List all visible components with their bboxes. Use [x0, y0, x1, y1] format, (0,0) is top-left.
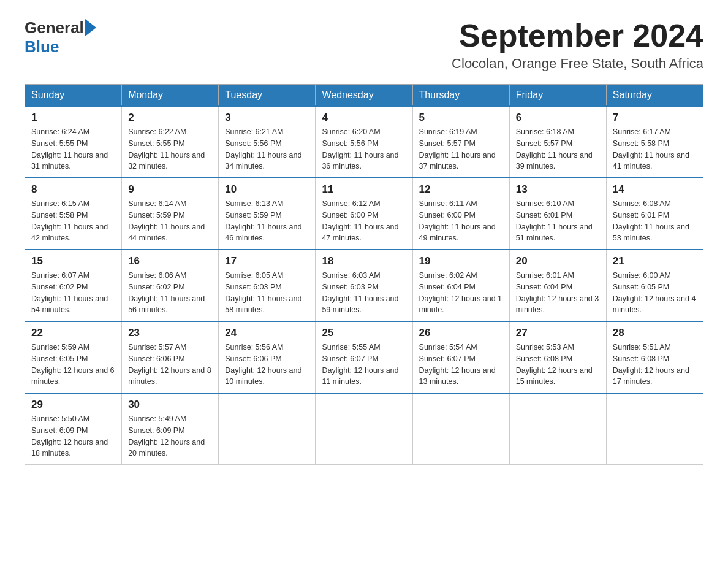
day-number: 10 — [225, 183, 309, 196]
day-info: Sunrise: 6:14 AM Sunset: 5:59 PM Dayligh… — [128, 198, 212, 244]
calendar-week-row: 1 Sunrise: 6:24 AM Sunset: 5:55 PM Dayli… — [25, 106, 703, 178]
location-title: Clocolan, Orange Free State, South Afric… — [452, 56, 703, 72]
logo-blue-text: Blue — [25, 37, 59, 56]
day-info: Sunrise: 6:00 AM Sunset: 6:05 PM Dayligh… — [613, 270, 697, 316]
weekday-header: Friday — [509, 85, 606, 107]
month-title: September 2024 — [452, 18, 703, 53]
day-info: Sunrise: 6:11 AM Sunset: 6:00 PM Dayligh… — [419, 198, 503, 244]
day-number: 21 — [613, 255, 697, 267]
day-number: 27 — [516, 327, 600, 339]
calendar-day-cell: 25 Sunrise: 5:55 AM Sunset: 6:07 PM Dayl… — [316, 321, 412, 393]
logo-arrow-icon — [85, 19, 96, 36]
day-info: Sunrise: 5:53 AM Sunset: 6:08 PM Dayligh… — [516, 342, 600, 388]
title-section: September 2024 Clocolan, Orange Free Sta… — [452, 18, 703, 72]
calendar-day-cell: 28 Sunrise: 5:51 AM Sunset: 6:08 PM Dayl… — [606, 321, 703, 393]
day-info: Sunrise: 5:57 AM Sunset: 6:06 PM Dayligh… — [128, 342, 212, 388]
day-number: 15 — [31, 255, 115, 267]
day-info: Sunrise: 5:51 AM Sunset: 6:08 PM Dayligh… — [613, 342, 697, 388]
day-number: 1 — [31, 112, 115, 124]
day-info: Sunrise: 6:03 AM Sunset: 6:03 PM Dayligh… — [322, 270, 406, 316]
weekday-header: Sunday — [25, 85, 122, 107]
calendar-day-cell: 26 Sunrise: 5:54 AM Sunset: 6:07 PM Dayl… — [412, 321, 509, 393]
calendar-day-cell: 27 Sunrise: 5:53 AM Sunset: 6:08 PM Dayl… — [509, 321, 606, 393]
day-number: 19 — [419, 255, 503, 267]
calendar-week-row: 22 Sunrise: 5:59 AM Sunset: 6:05 PM Dayl… — [25, 321, 703, 393]
day-number: 2 — [128, 112, 212, 124]
day-number: 17 — [225, 255, 309, 267]
calendar-table: SundayMondayTuesdayWednesdayThursdayFrid… — [25, 84, 703, 465]
calendar-day-cell: 15 Sunrise: 6:07 AM Sunset: 6:02 PM Dayl… — [25, 250, 122, 321]
day-number: 29 — [31, 399, 115, 411]
day-number: 22 — [31, 327, 115, 339]
calendar-day-cell: 17 Sunrise: 6:05 AM Sunset: 6:03 PM Dayl… — [219, 250, 316, 321]
day-info: Sunrise: 6:12 AM Sunset: 6:00 PM Dayligh… — [322, 198, 406, 244]
calendar-day-cell: 22 Sunrise: 5:59 AM Sunset: 6:05 PM Dayl… — [25, 321, 122, 393]
day-info: Sunrise: 6:07 AM Sunset: 6:02 PM Dayligh… — [31, 270, 115, 316]
day-number: 3 — [225, 112, 309, 124]
calendar-week-row: 15 Sunrise: 6:07 AM Sunset: 6:02 PM Dayl… — [25, 250, 703, 321]
calendar-day-cell: 2 Sunrise: 6:22 AM Sunset: 5:55 PM Dayli… — [122, 106, 219, 178]
day-info: Sunrise: 6:02 AM Sunset: 6:04 PM Dayligh… — [419, 270, 503, 316]
day-number: 24 — [225, 327, 309, 339]
weekday-header: Monday — [122, 85, 219, 107]
calendar-day-cell: 1 Sunrise: 6:24 AM Sunset: 5:55 PM Dayli… — [25, 106, 122, 178]
calendar-day-cell: 30 Sunrise: 5:49 AM Sunset: 6:09 PM Dayl… — [122, 393, 219, 465]
calendar-day-cell: 12 Sunrise: 6:11 AM Sunset: 6:00 PM Dayl… — [412, 178, 509, 250]
logo-general-text: General — [25, 18, 84, 37]
day-info: Sunrise: 6:19 AM Sunset: 5:57 PM Dayligh… — [419, 126, 503, 172]
day-number: 18 — [322, 255, 406, 267]
day-number: 9 — [128, 183, 212, 196]
calendar-day-cell: 20 Sunrise: 6:01 AM Sunset: 6:04 PM Dayl… — [509, 250, 606, 321]
day-info: Sunrise: 6:24 AM Sunset: 5:55 PM Dayligh… — [31, 126, 115, 172]
calendar-day-cell — [412, 393, 509, 465]
weekday-header: Saturday — [606, 85, 703, 107]
calendar-day-cell: 14 Sunrise: 6:08 AM Sunset: 6:01 PM Dayl… — [606, 178, 703, 250]
day-info: Sunrise: 6:01 AM Sunset: 6:04 PM Dayligh… — [516, 270, 600, 316]
day-info: Sunrise: 6:05 AM Sunset: 6:03 PM Dayligh… — [225, 270, 309, 316]
day-info: Sunrise: 6:15 AM Sunset: 5:58 PM Dayligh… — [31, 198, 115, 244]
calendar-day-cell: 5 Sunrise: 6:19 AM Sunset: 5:57 PM Dayli… — [412, 106, 509, 178]
day-number: 25 — [322, 327, 406, 339]
calendar-day-cell: 6 Sunrise: 6:18 AM Sunset: 5:57 PM Dayli… — [509, 106, 606, 178]
day-number: 30 — [128, 399, 212, 411]
weekday-header: Thursday — [412, 85, 509, 107]
day-info: Sunrise: 5:49 AM Sunset: 6:09 PM Dayligh… — [128, 413, 212, 459]
day-number: 28 — [613, 327, 697, 339]
day-info: Sunrise: 5:59 AM Sunset: 6:05 PM Dayligh… — [31, 342, 115, 388]
day-info: Sunrise: 6:13 AM Sunset: 5:59 PM Dayligh… — [225, 198, 309, 244]
day-info: Sunrise: 6:08 AM Sunset: 6:01 PM Dayligh… — [613, 198, 697, 244]
day-info: Sunrise: 5:55 AM Sunset: 6:07 PM Dayligh… — [322, 342, 406, 388]
day-info: Sunrise: 6:22 AM Sunset: 5:55 PM Dayligh… — [128, 126, 212, 172]
day-info: Sunrise: 5:56 AM Sunset: 6:06 PM Dayligh… — [225, 342, 309, 388]
day-info: Sunrise: 6:21 AM Sunset: 5:56 PM Dayligh… — [225, 126, 309, 172]
calendar-day-cell — [316, 393, 412, 465]
calendar-day-cell: 24 Sunrise: 5:56 AM Sunset: 6:06 PM Dayl… — [219, 321, 316, 393]
day-number: 11 — [322, 183, 406, 196]
day-info: Sunrise: 6:06 AM Sunset: 6:02 PM Dayligh… — [128, 270, 212, 316]
day-number: 23 — [128, 327, 212, 339]
day-number: 5 — [419, 112, 503, 124]
day-info: Sunrise: 6:10 AM Sunset: 6:01 PM Dayligh… — [516, 198, 600, 244]
calendar-header-row: SundayMondayTuesdayWednesdayThursdayFrid… — [25, 85, 703, 107]
calendar-day-cell — [219, 393, 316, 465]
calendar-day-cell: 10 Sunrise: 6:13 AM Sunset: 5:59 PM Dayl… — [219, 178, 316, 250]
day-number: 8 — [31, 183, 115, 196]
day-number: 20 — [516, 255, 600, 267]
calendar-day-cell: 23 Sunrise: 5:57 AM Sunset: 6:06 PM Dayl… — [122, 321, 219, 393]
calendar-day-cell: 9 Sunrise: 6:14 AM Sunset: 5:59 PM Dayli… — [122, 178, 219, 250]
day-info: Sunrise: 6:20 AM Sunset: 5:56 PM Dayligh… — [322, 126, 406, 172]
day-number: 16 — [128, 255, 212, 267]
logo: General Blue — [25, 18, 96, 56]
day-number: 6 — [516, 112, 600, 124]
calendar-week-row: 29 Sunrise: 5:50 AM Sunset: 6:09 PM Dayl… — [25, 393, 703, 465]
day-number: 4 — [322, 112, 406, 124]
calendar-day-cell: 21 Sunrise: 6:00 AM Sunset: 6:05 PM Dayl… — [606, 250, 703, 321]
calendar-day-cell: 19 Sunrise: 6:02 AM Sunset: 6:04 PM Dayl… — [412, 250, 509, 321]
calendar-day-cell: 4 Sunrise: 6:20 AM Sunset: 5:56 PM Dayli… — [316, 106, 412, 178]
calendar-week-row: 8 Sunrise: 6:15 AM Sunset: 5:58 PM Dayli… — [25, 178, 703, 250]
day-number: 7 — [613, 112, 697, 124]
day-info: Sunrise: 6:18 AM Sunset: 5:57 PM Dayligh… — [516, 126, 600, 172]
calendar-day-cell — [606, 393, 703, 465]
day-info: Sunrise: 5:54 AM Sunset: 6:07 PM Dayligh… — [419, 342, 503, 388]
calendar-day-cell: 29 Sunrise: 5:50 AM Sunset: 6:09 PM Dayl… — [25, 393, 122, 465]
